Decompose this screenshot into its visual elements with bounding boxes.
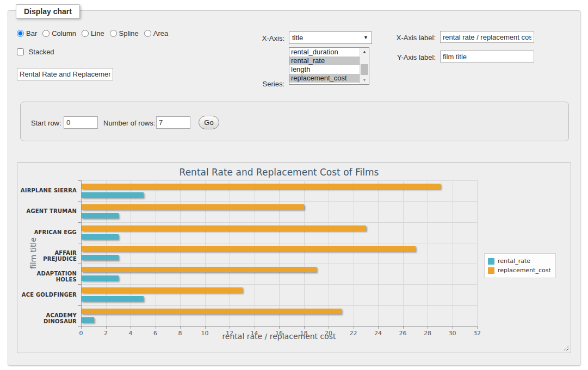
row-range-panel: Start row: Number of rows: Go xyxy=(20,102,569,141)
x-axis-label-input[interactable] xyxy=(440,31,534,43)
gridline-vertical xyxy=(156,180,156,326)
gridline-horizontal xyxy=(81,284,477,285)
x-axis-tick-label: 22 xyxy=(345,330,362,337)
x-axis-tick-label: 10 xyxy=(197,330,213,337)
stacked-checkbox[interactable] xyxy=(17,48,24,55)
category-label: AFRICAN EGG xyxy=(20,229,77,235)
bar-replacement_cost[interactable] xyxy=(82,225,366,231)
gridline-horizontal xyxy=(81,305,477,306)
scroll-up-icon[interactable]: ▲ xyxy=(360,48,369,56)
gridline-horizontal xyxy=(81,264,477,264)
x-axis-tick-label: 32 xyxy=(469,330,485,337)
bar-rental_rate[interactable] xyxy=(82,296,144,302)
display-chart-fieldset: Display chart BarColumnLineSplineArea St… xyxy=(8,10,580,366)
scrollbar-track[interactable] xyxy=(360,56,369,76)
category-label: AIRPLANE SIERRA xyxy=(20,187,77,193)
chart-type-line[interactable]: Line xyxy=(82,29,104,37)
bar-rental_rate[interactable] xyxy=(82,317,94,323)
x-axis-line xyxy=(81,326,478,327)
x-axis-select[interactable]: title ▼ xyxy=(289,32,372,44)
bar-replacement_cost[interactable] xyxy=(82,309,342,314)
number-of-rows-input[interactable] xyxy=(156,116,190,129)
chart-type-radio-line[interactable] xyxy=(82,30,89,37)
gridline-horizontal xyxy=(81,201,477,202)
series-option-replacement_cost[interactable]: replacement_cost xyxy=(289,74,360,83)
gridline-vertical xyxy=(378,180,379,326)
category-label: AFFAIR PREJUDICE xyxy=(20,250,77,262)
x-axis-select-label: X-Axis: xyxy=(254,34,284,42)
x-axis-tick-label: 28 xyxy=(419,330,436,337)
chart-type-radio-area[interactable] xyxy=(144,30,151,37)
chart-type-radio-column[interactable] xyxy=(42,30,49,37)
x-axis-select-value: title xyxy=(292,34,303,42)
series-option-rental_duration[interactable]: rental_duration xyxy=(289,48,360,57)
series-option-length[interactable]: length xyxy=(289,65,360,74)
gridline-vertical xyxy=(354,180,354,326)
gridline-horizontal xyxy=(81,180,477,181)
x-axis-tick-label: 20 xyxy=(320,330,337,337)
gridline-vertical xyxy=(453,180,453,326)
legend-label: rental_rate xyxy=(498,258,530,265)
chart-type-radio-bar[interactable] xyxy=(17,30,24,37)
gridline-vertical xyxy=(131,180,131,326)
go-button[interactable]: Go xyxy=(199,116,219,129)
gridline-vertical xyxy=(106,180,107,326)
x-axis-tick-label: 26 xyxy=(395,330,411,337)
number-of-rows-label: Number of rows: xyxy=(103,119,155,127)
bar-rental_rate[interactable] xyxy=(82,275,119,281)
gridline-vertical xyxy=(428,180,428,326)
x-axis-tick-label: 12 xyxy=(221,330,238,337)
scrollbar-thumb[interactable] xyxy=(361,64,368,75)
resize-handle-icon[interactable] xyxy=(562,344,568,350)
chart-title-input[interactable] xyxy=(17,68,113,80)
x-axis-tick-label: 8 xyxy=(172,330,188,337)
series-select-label: Series: xyxy=(254,80,284,88)
gridline-vertical xyxy=(279,180,280,326)
x-axis-label-label: X-Axis label: xyxy=(389,34,436,42)
x-axis-tick-label: 30 xyxy=(444,330,461,337)
y-axis-label-input[interactable] xyxy=(440,51,534,62)
chart-type-label: Line xyxy=(91,29,104,37)
category-label: ACADEMY DINOSAUR xyxy=(20,312,77,324)
x-axis-tick-label: 16 xyxy=(271,330,287,337)
series-option-rental_rate[interactable]: rental_rate xyxy=(289,57,360,65)
y-axis-label-label: Y-Axis label: xyxy=(389,53,436,61)
legend-label: replacement_cost xyxy=(498,267,551,274)
gridline-vertical xyxy=(205,180,206,326)
chart-type-bar[interactable]: Bar xyxy=(17,29,37,37)
chart-type-radio-spline[interactable] xyxy=(110,30,117,37)
stacked-label: Stacked xyxy=(29,48,54,56)
gridline-vertical xyxy=(403,180,404,326)
gridline-horizontal xyxy=(81,222,477,223)
scroll-down-icon[interactable]: ▼ xyxy=(360,76,369,84)
bar-rental_rate[interactable] xyxy=(82,192,144,198)
bar-replacement_cost[interactable] xyxy=(82,184,441,189)
bar-rental_rate[interactable] xyxy=(82,213,119,218)
y-axis-line xyxy=(81,180,82,326)
start-row-label: Start row: xyxy=(31,119,61,127)
legend-swatch-icon xyxy=(488,267,494,274)
series-multiselect[interactable]: rental_durationrental_ratelengthreplacem… xyxy=(289,47,369,85)
chart-type-column[interactable]: Column xyxy=(42,29,76,37)
dropdown-arrow-icon: ▼ xyxy=(363,35,368,40)
category-label: AGENT TRUMAN xyxy=(20,208,77,214)
chart-type-spline[interactable]: Spline xyxy=(110,29,139,37)
bar-replacement_cost[interactable] xyxy=(82,204,304,210)
x-axis-tick-label: 4 xyxy=(122,330,139,337)
bar-replacement_cost[interactable] xyxy=(82,246,416,252)
stacked-checkbox-row[interactable]: Stacked xyxy=(17,48,54,56)
bar-replacement_cost[interactable] xyxy=(82,267,317,272)
start-row-input[interactable] xyxy=(64,116,98,129)
chart-type-area[interactable]: Area xyxy=(144,29,168,37)
chart-container: Rental Rate and Replacement Cost of Film… xyxy=(17,162,571,353)
chart-type-label: Bar xyxy=(26,29,37,37)
gridline-horizontal xyxy=(81,243,477,243)
scrollbar[interactable]: ▲ ▼ xyxy=(360,48,369,84)
bar-replacement_cost[interactable] xyxy=(82,287,243,293)
chart-type-label: Column xyxy=(52,29,76,37)
legend-item-rental_rate[interactable]: rental_rate xyxy=(488,256,551,266)
gridline-vertical xyxy=(477,180,478,326)
bar-rental_rate[interactable] xyxy=(82,234,119,240)
legend-item-replacement_cost[interactable]: replacement_cost xyxy=(488,266,551,275)
bar-rental_rate[interactable] xyxy=(82,255,119,260)
